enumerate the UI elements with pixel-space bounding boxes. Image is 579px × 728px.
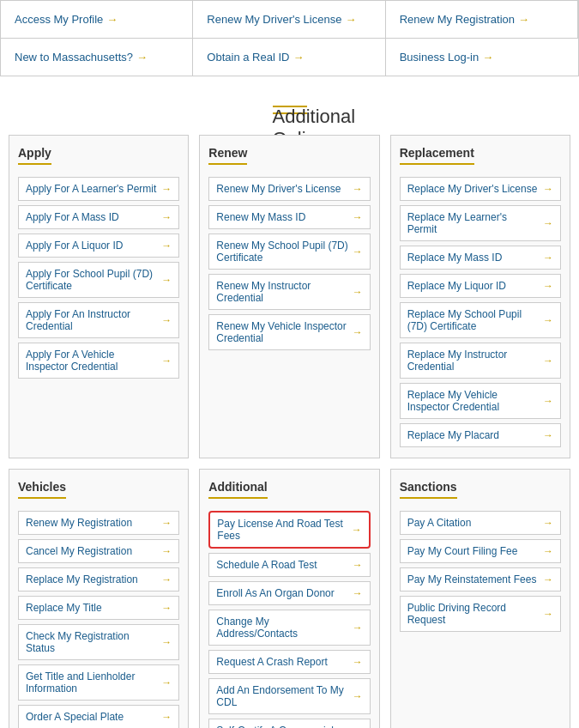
- card-item-additional-2[interactable]: Enroll As An Organ Donor→: [208, 581, 370, 605]
- card-item-vehicles-6[interactable]: Order A Special Plate→: [18, 705, 179, 728]
- card-items-sanctions: Pay A Citation→Pay My Court Filing Fee→P…: [400, 511, 561, 632]
- card-item-sanctions-2[interactable]: Pay My Reinstatement Fees→: [400, 567, 561, 592]
- nav-arrow-icon: →: [106, 13, 118, 26]
- card-item-additional-0[interactable]: Pay License And Road Test Fees→: [208, 511, 370, 549]
- item-label: Replace My Instructor Credential: [407, 349, 540, 373]
- card-item-sanctions-3[interactable]: Public Driving Record Request→: [400, 596, 561, 632]
- card-item-apply-5[interactable]: Apply For A Vehicle Inspector Credential…: [18, 343, 179, 379]
- card-item-replacement-2[interactable]: Replace My Mass ID→: [400, 246, 561, 270]
- card-item-additional-6[interactable]: Self-Certify A Commercial License→: [208, 719, 370, 728]
- card-item-vehicles-4[interactable]: Check My Registration Status→: [18, 624, 179, 660]
- item-label: Replace My Title: [26, 602, 102, 614]
- card-apply: ApplyApply For A Learner's Permit→Apply …: [9, 135, 189, 458]
- card-item-renew-4[interactable]: Renew My Vehicle Inspector Credential→: [208, 314, 370, 350]
- card-item-apply-0[interactable]: Apply For A Learner's Permit→: [18, 177, 179, 201]
- item-arrow-icon: →: [353, 622, 363, 634]
- card-item-replacement-5[interactable]: Replace My Instructor Credential→: [400, 343, 561, 379]
- card-replacement: ReplacementReplace My Driver's License→R…: [390, 135, 570, 458]
- top-nav-btn-1[interactable]: Renew My Driver's License→: [193, 1, 385, 39]
- card-item-vehicles-2[interactable]: Replace My Registration→: [18, 567, 179, 592]
- item-arrow-icon: →: [353, 559, 363, 571]
- item-arrow-icon: →: [353, 326, 363, 338]
- top-nav-btn-5[interactable]: Business Log-in→: [386, 39, 578, 76]
- card-vehicles: VehiclesRenew My Registration→Cancel My …: [9, 469, 189, 728]
- item-label: Add An Endorsement To My CDL: [216, 684, 348, 708]
- top-nav-btn-0[interactable]: Access My Profile→: [1, 1, 193, 39]
- card-item-vehicles-1[interactable]: Cancel My Registration→: [18, 539, 179, 563]
- item-arrow-icon: →: [543, 355, 553, 367]
- item-label: Renew My Instructor Credential: [216, 280, 348, 304]
- card-item-vehicles-3[interactable]: Replace My Title→: [18, 596, 179, 620]
- item-label: Cancel My Registration: [26, 545, 132, 557]
- card-item-apply-2[interactable]: Apply For A Liquor ID→: [18, 234, 179, 258]
- item-arrow-icon: →: [353, 587, 363, 599]
- item-label: Get Title and Lienholder Information: [26, 670, 158, 695]
- item-label: Change My Address/Contacts: [216, 616, 348, 640]
- card-item-renew-3[interactable]: Renew My Instructor Credential→: [208, 274, 370, 310]
- card-item-additional-5[interactable]: Add An Endorsement To My CDL→: [208, 678, 370, 714]
- item-arrow-icon: →: [543, 429, 553, 441]
- item-label: Replace My Mass ID: [407, 252, 503, 264]
- item-label: Apply For A Liquor ID: [26, 240, 123, 252]
- card-item-additional-4[interactable]: Request A Crash Report→: [208, 650, 370, 674]
- card-item-renew-1[interactable]: Renew My Mass ID→: [208, 205, 370, 229]
- top-nav-btn-3[interactable]: New to Massachusetts?→: [1, 39, 193, 76]
- item-label: Replace My Placard: [407, 429, 499, 441]
- card-item-replacement-7[interactable]: Replace My Placard→: [400, 423, 561, 447]
- item-label: Apply For An Instructor Credential: [26, 308, 158, 332]
- item-label: Replace My Vehicle Inspector Credential: [407, 389, 540, 413]
- card-item-replacement-3[interactable]: Replace My Liquor ID→: [400, 274, 561, 298]
- card-items-vehicles: Renew My Registration→Cancel My Registra…: [18, 511, 179, 728]
- card-title-apply: Apply: [18, 146, 51, 165]
- item-arrow-icon: →: [543, 395, 553, 407]
- item-arrow-icon: →: [161, 183, 172, 195]
- card-title-replacement: Replacement: [400, 146, 474, 165]
- top-navigation: Access My Profile→Renew My Driver's Lice…: [0, 0, 579, 76]
- card-item-sanctions-0[interactable]: Pay A Citation→: [400, 511, 561, 535]
- item-arrow-icon: →: [353, 286, 363, 298]
- nav-arrow-icon: →: [482, 51, 493, 64]
- item-label: Replace My Liquor ID: [407, 280, 506, 292]
- item-label: Renew My Driver's License: [216, 183, 341, 195]
- top-nav-btn-4[interactable]: Obtain a Real ID→: [193, 39, 385, 76]
- item-label: Schedule A Road Test: [216, 559, 317, 571]
- nav-btn-label: Renew My Registration: [400, 13, 515, 26]
- nav-arrow-icon: →: [293, 51, 304, 64]
- card-item-replacement-1[interactable]: Replace My Learner's Permit→: [400, 205, 561, 241]
- item-label: Request A Crash Report: [216, 656, 327, 668]
- item-arrow-icon: →: [352, 524, 362, 536]
- nav-btn-label: New to Massachusetts?: [15, 51, 133, 64]
- card-item-additional-1[interactable]: Schedule A Road Test→: [208, 553, 370, 577]
- nav-btn-label: Obtain a Real ID: [207, 51, 289, 64]
- item-arrow-icon: →: [543, 217, 553, 229]
- item-label: Self-Certify A Commercial License: [216, 725, 348, 728]
- item-arrow-icon: →: [161, 355, 172, 367]
- card-item-replacement-4[interactable]: Replace My School Pupil (7D) Certificate…: [400, 302, 561, 338]
- card-item-renew-0[interactable]: Renew My Driver's License→: [208, 177, 370, 201]
- card-item-vehicles-0[interactable]: Renew My Registration→: [18, 511, 179, 535]
- item-label: Renew My Vehicle Inspector Credential: [216, 320, 348, 344]
- top-nav-btn-2[interactable]: Renew My Registration→: [386, 1, 578, 39]
- item-label: Pay My Reinstatement Fees: [407, 573, 537, 585]
- card-item-replacement-6[interactable]: Replace My Vehicle Inspector Credential→: [400, 383, 561, 419]
- item-arrow-icon: →: [161, 602, 172, 614]
- card-item-renew-2[interactable]: Renew My School Pupil (7D) Certificate→: [208, 234, 370, 270]
- card-item-additional-3[interactable]: Change My Address/Contacts→: [208, 610, 370, 646]
- card-item-apply-1[interactable]: Apply For A Mass ID→: [18, 205, 179, 229]
- card-item-vehicles-5[interactable]: Get Title and Lienholder Information→: [18, 664, 179, 701]
- card-item-sanctions-1[interactable]: Pay My Court Filing Fee→: [400, 539, 561, 563]
- main-grid: ApplyApply For A Learner's Permit→Apply …: [0, 135, 579, 728]
- item-arrow-icon: →: [161, 211, 172, 223]
- nav-arrow-icon: →: [518, 13, 529, 26]
- card-item-apply-4[interactable]: Apply For An Instructor Credential→: [18, 302, 179, 338]
- card-title-sanctions: Sanctions: [400, 480, 457, 499]
- card-item-apply-3[interactable]: Apply For School Pupil (7D) Certificate→: [18, 262, 179, 298]
- item-label: Enroll As An Organ Donor: [216, 587, 334, 599]
- item-arrow-icon: →: [543, 545, 553, 557]
- card-renew: RenewRenew My Driver's License→Renew My …: [199, 135, 379, 458]
- card-item-replacement-0[interactable]: Replace My Driver's License→: [400, 177, 561, 201]
- item-label: Replace My Driver's License: [407, 183, 538, 195]
- item-label: Renew My Registration: [26, 517, 132, 529]
- item-arrow-icon: →: [161, 676, 172, 689]
- item-label: Pay My Court Filing Fee: [407, 545, 518, 557]
